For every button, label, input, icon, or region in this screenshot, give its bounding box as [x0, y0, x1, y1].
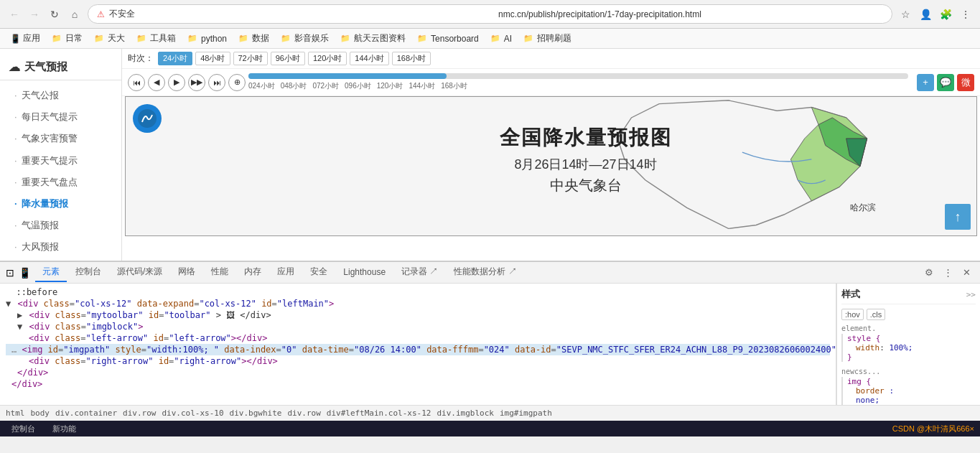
dom-leftarrow-line[interactable]: <div class="left-arrow" id="left-arrow">…: [6, 332, 830, 344]
bookmark-apps[interactable]: 📱 应用: [6, 31, 45, 46]
dom-toolbar-line[interactable]: ▶ <div class="mytoolbar" id="toolbar" > …: [6, 309, 830, 321]
dom-close-div1[interactable]: </div>: [6, 367, 830, 378]
breadcrumb-html[interactable]: html: [6, 408, 25, 418]
player-add-btn[interactable]: ⊕: [228, 74, 246, 91]
player-prev-btn[interactable]: ◀: [148, 74, 165, 91]
breadcrumb-imgblock[interactable]: div.imgblock: [437, 408, 493, 418]
back-button[interactable]: ←: [6, 6, 23, 23]
devtools-settings-btn[interactable]: ⚙: [921, 265, 937, 281]
wechat-btn[interactable]: 💬: [937, 74, 954, 91]
profile-icon[interactable]: 👤: [917, 6, 934, 23]
action-icons: + 💬 微: [917, 74, 974, 91]
bookmark-tools[interactable]: 工具箱: [132, 31, 180, 46]
devtools-tab-application[interactable]: 应用: [270, 263, 302, 282]
time-btn-144[interactable]: 144小时: [350, 52, 388, 65]
time-btn-120[interactable]: 120小时: [308, 52, 347, 65]
sidebar-item-bulletin[interactable]: 天气公报: [0, 85, 121, 106]
bookmark-space[interactable]: 航天云图资料: [336, 31, 410, 46]
cls-filter-btn[interactable]: .cls: [867, 309, 886, 320]
devtools-tabs: ⊡ 📱 元素 控制台 源代码/来源 网络 性能 内存 应用 安全 Lightho…: [0, 262, 980, 284]
player-play-btn[interactable]: ▶: [168, 74, 185, 91]
security-icon: ⚠: [97, 9, 105, 19]
player-end-btn[interactable]: ⏭: [208, 74, 225, 91]
weather-icon: ☁: [9, 60, 20, 74]
dom-imgblock-line[interactable]: ▼ <div class="imgblock">: [6, 321, 830, 332]
bottom-brand: CSDN @木叶清风666×: [892, 424, 974, 434]
forward-button[interactable]: →: [26, 6, 43, 23]
dom-rightarrow-line[interactable]: <div class="right-arrow" id="right-arrow…: [6, 355, 830, 367]
bookmark-job[interactable]: 招聘刷题: [519, 31, 576, 46]
devtools-inspect-icon[interactable]: ⊡: [6, 267, 14, 279]
time-btn-168[interactable]: 168小时: [392, 52, 431, 65]
sidebar-item-important[interactable]: 重要天气提示: [0, 150, 121, 172]
address-bar[interactable]: ⚠ 不安全 nmc.cn/publish/precipitation/1-7da…: [88, 4, 892, 24]
bookmark-python[interactable]: python: [183, 32, 231, 45]
add-action-btn[interactable]: +: [917, 74, 934, 91]
devtools-close-btn[interactable]: ✕: [958, 265, 974, 281]
bookmark-daily[interactable]: 日常: [47, 31, 87, 46]
progress-track[interactable]: [248, 73, 908, 79]
bookmark-tianda[interactable]: 天大: [90, 31, 129, 46]
bookmark-icon[interactable]: ☆: [897, 6, 914, 23]
time-btn-24[interactable]: 24小时: [158, 52, 192, 65]
time-btn-72[interactable]: 72小时: [233, 52, 268, 65]
sidebar-item-daily[interactable]: 每日天气提示: [0, 106, 121, 128]
dom-leftmain-line[interactable]: ▼ <div class="col-xs-12" data-expand="co…: [6, 298, 830, 309]
devtools-tab-performance[interactable]: 性能: [204, 263, 235, 282]
hover-filter-btn[interactable]: :hov: [841, 309, 864, 320]
devtools-tab-network[interactable]: 网络: [171, 263, 202, 282]
breadcrumb-row2[interactable]: div.row: [287, 408, 320, 418]
devtools-tab-lighthouse[interactable]: Lighthouse: [336, 264, 393, 281]
sidebar-item-wind[interactable]: 大风预报: [0, 236, 121, 258]
time-btn-48[interactable]: 48小时: [195, 52, 230, 65]
bottom-tab-new[interactable]: 新功能: [47, 423, 82, 435]
bookmark-tensorboard[interactable]: Tensorboard: [413, 32, 483, 45]
sidebar-item-disaster[interactable]: 气象灾害预警: [0, 128, 121, 149]
weibo-btn[interactable]: 微: [957, 74, 974, 91]
devtools-action-icons: ⚙ ⋮ ✕: [921, 265, 974, 281]
sidebar-item-review[interactable]: 重要天气盘点: [0, 172, 121, 193]
dom-imgpath-line[interactable]: … <img id="imgpath" style="width:100%; "…: [6, 344, 830, 355]
breadcrumb-bgwhite[interactable]: div.bgwhite: [230, 408, 282, 418]
devtools-tab-recorder[interactable]: 记录器 ↗: [394, 263, 445, 282]
extensions-icon[interactable]: 🧩: [937, 6, 954, 23]
devtools-tab-perf-insights[interactable]: 性能数据分析 ↗: [447, 263, 523, 282]
styles-panel: 样式 >> :hov .cls element. style { width: …: [836, 284, 980, 405]
bookmark-ai[interactable]: AI: [486, 32, 516, 45]
breadcrumb-col10[interactable]: div.col-xs-10: [162, 408, 223, 418]
dom-tree[interactable]: ::before ▼ <div class="col-xs-12" data-e…: [0, 284, 836, 405]
time-btn-96[interactable]: 96小时: [271, 52, 305, 65]
devtools-main-content: ::before ▼ <div class="col-xs-12" data-e…: [0, 284, 980, 405]
menu-icon[interactable]: ⋮: [957, 6, 974, 23]
devtools-tab-memory[interactable]: 内存: [237, 263, 269, 282]
scroll-to-top-btn[interactable]: ↑: [945, 204, 971, 230]
styles-rule-element: element. style { width: 100%; }: [841, 324, 976, 362]
bottom-bar: 控制台 新功能 CSDN @木叶清风666×: [0, 421, 980, 436]
devtools-tab-elements[interactable]: 元素: [35, 263, 67, 282]
breadcrumb-row[interactable]: div.row: [123, 408, 156, 418]
dom-close-div2[interactable]: </div>: [6, 378, 830, 390]
url-text: nmc.cn/publish/precipitation/1-7day-prec…: [498, 9, 883, 19]
bookmark-media[interactable]: 影音娱乐: [276, 31, 333, 46]
devtools-device-icon[interactable]: 📱: [19, 267, 31, 279]
reload-button[interactable]: ↻: [46, 6, 63, 23]
player-next-btn[interactable]: ▶▶: [188, 74, 205, 91]
breadcrumb-leftmain[interactable]: div#leftMain.col-xs-12: [327, 408, 431, 418]
player-start-btn[interactable]: ⏮: [128, 74, 145, 91]
bookmark-data[interactable]: 数据: [234, 31, 274, 46]
player-controls: ⏮ ◀ ▶ ▶▶ ⏭ ⊕ 024小时 048小时 072小时 096小时 120…: [122, 69, 980, 96]
sidebar-item-temperature[interactable]: 气温预报: [0, 215, 121, 236]
breadcrumb-imgpath[interactable]: img#imgpath: [500, 408, 552, 418]
devtools-dock-btn[interactable]: ⋮: [940, 265, 956, 281]
home-button[interactable]: ⌂: [66, 6, 83, 23]
devtools-tab-sources[interactable]: 源代码/来源: [110, 263, 169, 282]
map-area: 全国降水量预报图 8月26日14时—27日14时 中央气象台 哈尔滨 ↑: [125, 96, 977, 236]
progress-fill: [248, 73, 447, 79]
sidebar-item-precipitation[interactable]: 降水量预报: [0, 193, 121, 215]
bottom-tab-console[interactable]: 控制台: [6, 423, 41, 435]
devtools-tab-security[interactable]: 安全: [303, 263, 335, 282]
breadcrumb-container[interactable]: div.container: [55, 408, 117, 418]
breadcrumb-body[interactable]: body: [31, 408, 50, 418]
devtools-tab-console[interactable]: 控制台: [68, 263, 108, 282]
page-content: 时次： 24小时 48小时 72小时 96小时 120小时 144小时 168小…: [122, 49, 980, 261]
